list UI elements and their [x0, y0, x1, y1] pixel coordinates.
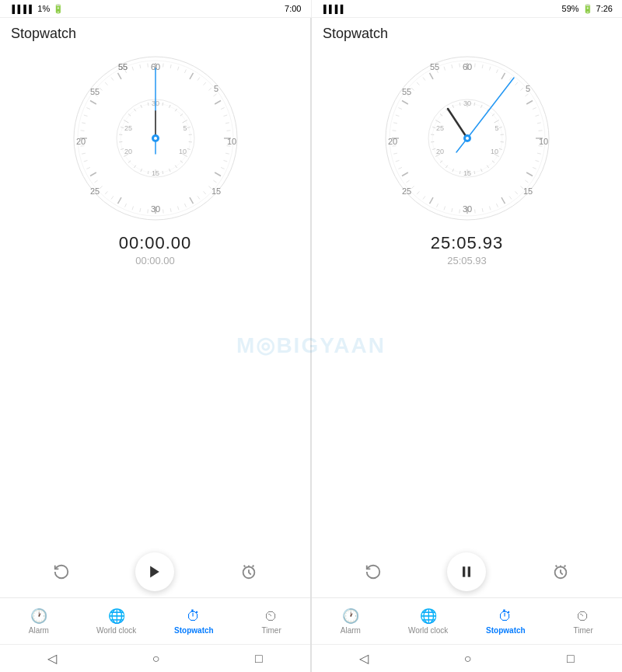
- play-button-left[interactable]: [135, 552, 174, 591]
- svg-line-48: [223, 160, 227, 162]
- svg-line-459: [395, 160, 399, 162]
- svg-line-33: [177, 67, 179, 71]
- phone-panel-right: Stopwatch 60 5 10 15 30 25 20 55 55: [312, 18, 622, 672]
- battery-right: 59%: [562, 4, 579, 13]
- svg-text:5: 5: [525, 84, 529, 93]
- svg-line-58: [170, 208, 171, 212]
- svg-text:5: 5: [213, 84, 218, 93]
- svg-line-467: [401, 101, 407, 105]
- phone-panel-left: Stopwatch // generated in template below…: [0, 18, 311, 672]
- svg-line-469: [411, 88, 414, 90]
- svg-text:20: 20: [435, 148, 443, 155]
- svg-line-76: [80, 131, 84, 131]
- svg-marker-295: [151, 566, 160, 578]
- nav-alarm-right[interactable]: 🕐 Alarm: [312, 598, 390, 644]
- svg-text:5: 5: [183, 124, 187, 132]
- reset-button-left[interactable]: [44, 555, 79, 589]
- time-display-left: 00:00.00 00:00.00: [0, 233, 310, 266]
- time-main-right: 25:05.93: [312, 233, 622, 253]
- svg-line-431: [538, 131, 542, 131]
- android-nav-right: ◁ ○ □: [312, 644, 622, 672]
- svg-line-41: [221, 108, 225, 110]
- svg-text:55: 55: [89, 87, 99, 96]
- clock-container-left: // generated in template below via SVG 6…: [0, 47, 310, 227]
- svg-line-43: [225, 123, 229, 124]
- recent-button-right[interactable]: □: [551, 649, 590, 669]
- controls-left: [0, 538, 310, 597]
- nav-worldclock-left[interactable]: 🌐 World clock: [78, 598, 156, 644]
- time-left: 7:00: [285, 4, 301, 13]
- clock-container-right: 60 5 10 15 30 25 20 55 55 30 5 10: [312, 47, 622, 227]
- nav-stopwatch-left[interactable]: ⏱ Stopwatch: [156, 598, 233, 644]
- svg-line-68: [99, 186, 102, 189]
- svg-line-73: [82, 153, 86, 154]
- time-main-left: 00:00.00: [0, 233, 310, 253]
- svg-line-38: [208, 88, 211, 90]
- recent-button-left[interactable]: □: [239, 649, 278, 669]
- android-nav-left: ◁ ○ □: [0, 644, 310, 672]
- bottom-nav-right: 🕐 Alarm 🌐 World clock ⏱ Stopwatch ⏲ Time…: [312, 597, 622, 644]
- battery-icon-right: 🔋: [582, 4, 593, 14]
- alarm-icon-right: 🕐: [342, 608, 359, 625]
- svg-text:25: 25: [124, 124, 131, 132]
- svg-text:30: 30: [463, 99, 470, 107]
- svg-line-448: [459, 209, 460, 213]
- svg-line-83: [105, 82, 107, 85]
- svg-text:10: 10: [178, 148, 186, 155]
- nav-stopwatch-right[interactable]: ⏱ Stopwatch: [467, 598, 545, 644]
- status-left-2: ▐▐ ▌▌: [321, 5, 346, 13]
- pause-button-right[interactable]: [447, 552, 486, 591]
- carrier-icon: ▐▐: [9, 5, 20, 13]
- alarm-icon-left: 🕐: [30, 608, 47, 625]
- home-button-left[interactable]: ○: [137, 649, 176, 669]
- svg-line-44: [226, 131, 230, 131]
- svg-text:10: 10: [490, 148, 498, 155]
- svg-line-428: [533, 108, 536, 110]
- svg-line-420: [489, 67, 491, 71]
- svg-line-424: [515, 82, 517, 85]
- svg-line-61: [147, 209, 148, 213]
- nav-alarm-left[interactable]: 🕐 Alarm: [0, 598, 78, 644]
- svg-line-445: [482, 208, 483, 212]
- nav-timer-left[interactable]: ⏲ Timer: [232, 598, 310, 644]
- svg-point-500: [466, 137, 469, 140]
- svg-text:30: 30: [150, 204, 159, 214]
- nav-timer-right[interactable]: ⏲ Timer: [544, 598, 622, 644]
- svg-line-430: [536, 123, 540, 124]
- svg-line-31: [162, 64, 163, 68]
- svg-text:20: 20: [75, 137, 85, 146]
- worldclock-icon-right: 🌐: [420, 608, 437, 625]
- svg-line-454: [417, 191, 419, 194]
- svg-line-42: [223, 115, 227, 117]
- nav-timer-label-left: Timer: [262, 626, 281, 635]
- svg-line-458: [398, 167, 402, 169]
- svg-text:60: 60: [462, 62, 471, 71]
- signal-bars-2: ▌▌: [335, 5, 346, 13]
- svg-line-84: [110, 78, 113, 81]
- svg-line-471: [422, 78, 425, 81]
- svg-line-436: [533, 167, 536, 169]
- svg-line-51: [213, 180, 216, 183]
- timer-button-left[interactable]: [232, 555, 266, 589]
- svg-line-69: [94, 180, 97, 183]
- svg-line-450: [444, 206, 446, 210]
- svg-line-59: [162, 209, 163, 213]
- svg-line-440: [515, 191, 517, 194]
- carrier-icon-2: ▐▐: [321, 5, 332, 13]
- nav-worldclock-label-right: World clock: [408, 626, 449, 635]
- home-button-right[interactable]: ○: [449, 649, 487, 669]
- reset-button-right[interactable]: [356, 555, 390, 589]
- back-button-right[interactable]: ◁: [344, 648, 384, 669]
- svg-line-460: [393, 153, 397, 154]
- svg-text:15: 15: [522, 186, 532, 196]
- svg-line-88: [139, 64, 140, 68]
- nav-worldclock-right[interactable]: 🌐 World clock: [390, 598, 467, 644]
- svg-text:20: 20: [124, 148, 131, 155]
- timer-button-right[interactable]: [543, 555, 578, 589]
- svg-line-443: [496, 204, 498, 207]
- svg-line-451: [436, 204, 438, 207]
- svg-line-464: [393, 123, 397, 124]
- svg-line-62: [139, 208, 140, 212]
- back-button-left[interactable]: ◁: [32, 648, 72, 669]
- svg-line-54: [197, 196, 200, 199]
